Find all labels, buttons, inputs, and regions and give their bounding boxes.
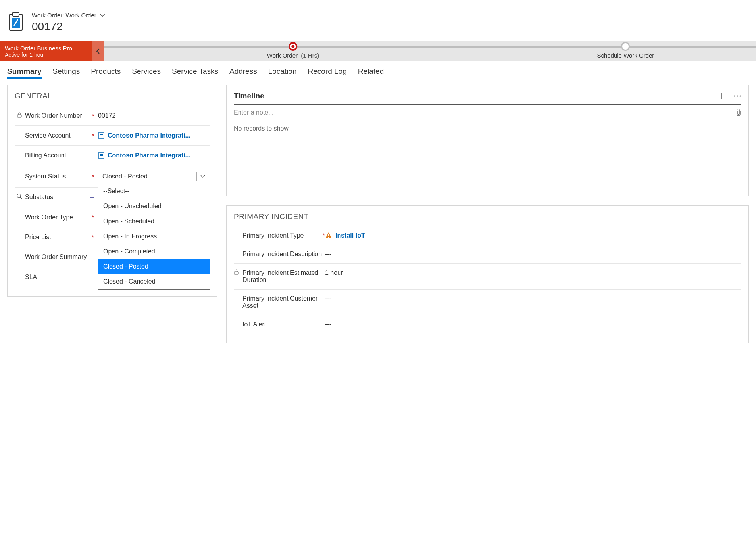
lock-icon bbox=[234, 269, 239, 275]
svg-point-10 bbox=[17, 194, 21, 198]
tab-summary[interactable]: Summary bbox=[7, 67, 42, 79]
field-iot-alert[interactable]: IoT Alert --- bbox=[234, 315, 741, 334]
svg-point-14 bbox=[734, 95, 735, 96]
bp-banner-title: Work Order Business Pro... bbox=[5, 45, 87, 52]
svg-rect-9 bbox=[100, 155, 103, 156]
tab-location[interactable]: Location bbox=[268, 67, 297, 79]
svg-rect-18 bbox=[328, 237, 329, 238]
svg-point-16 bbox=[739, 95, 741, 96]
account-icon bbox=[98, 132, 104, 139]
svg-rect-1 bbox=[13, 12, 19, 16]
record-title: 00172 bbox=[32, 20, 105, 33]
bp-stage-work-order[interactable]: Work Order (1 Hrs) bbox=[267, 41, 319, 59]
tab-services[interactable]: Services bbox=[132, 67, 161, 79]
status-option[interactable]: Open - Unscheduled bbox=[98, 199, 210, 214]
svg-rect-17 bbox=[328, 234, 329, 236]
status-option[interactable]: Closed - Canceled bbox=[98, 274, 210, 289]
section-general: GENERAL Work Order Number * 00172 Servic… bbox=[7, 85, 217, 297]
svg-line-11 bbox=[20, 197, 22, 199]
svg-point-15 bbox=[737, 95, 738, 96]
tab-address[interactable]: Address bbox=[229, 67, 257, 79]
bp-stage-active-indicator bbox=[289, 42, 297, 51]
clipboard-icon bbox=[8, 12, 24, 31]
field-primary-incident-duration[interactable]: Primary Incident Estimated Duration 1 ho… bbox=[234, 264, 741, 290]
more-icon[interactable] bbox=[733, 95, 741, 97]
bp-collapse-button[interactable] bbox=[92, 41, 104, 61]
svg-rect-3 bbox=[17, 115, 21, 117]
chevron-down-icon bbox=[200, 175, 206, 178]
tabs-bar: Summary Settings Products Services Servi… bbox=[0, 61, 756, 83]
bp-stage-schedule[interactable]: Schedule Work Order bbox=[597, 41, 654, 59]
status-option[interactable]: Open - In Progress bbox=[98, 229, 210, 244]
tab-record-log[interactable]: Record Log bbox=[308, 67, 347, 79]
paperclip-icon[interactable] bbox=[736, 109, 741, 117]
timeline-title: Timeline bbox=[234, 92, 264, 100]
system-status-options: --Select-- Open - Unscheduled Open - Sch… bbox=[98, 184, 210, 290]
svg-rect-5 bbox=[100, 134, 103, 135]
tab-service-tasks[interactable]: Service Tasks bbox=[172, 67, 218, 79]
field-primary-incident-type[interactable]: Primary Incident Type * Install IoT bbox=[234, 226, 741, 245]
tab-settings[interactable]: Settings bbox=[53, 67, 80, 79]
record-header: Work Order: Work Order 00172 bbox=[0, 0, 756, 41]
section-title-general: GENERAL bbox=[15, 92, 210, 100]
warning-icon bbox=[325, 232, 332, 239]
add-icon[interactable] bbox=[718, 92, 725, 100]
chevron-down-icon[interactable] bbox=[100, 13, 105, 18]
field-primary-incident-asset[interactable]: Primary Incident Customer Asset --- bbox=[234, 290, 741, 315]
system-status-select[interactable]: Closed - Posted bbox=[98, 169, 210, 184]
field-service-account[interactable]: Service Account * Contoso Pharma Integra… bbox=[15, 126, 210, 146]
status-option[interactable]: Open - Scheduled bbox=[98, 214, 210, 229]
svg-rect-8 bbox=[100, 154, 103, 155]
business-process-bar: Work Order Business Pro... Active for 1 … bbox=[0, 41, 756, 61]
bp-banner-subtitle: Active for 1 hour bbox=[5, 52, 87, 58]
tab-related[interactable]: Related bbox=[358, 67, 384, 79]
svg-rect-6 bbox=[100, 136, 103, 136]
field-billing-account[interactable]: Billing Account Contoso Pharma Integrati… bbox=[15, 146, 210, 165]
account-icon bbox=[98, 152, 104, 159]
field-work-order-number[interactable]: Work Order Number * 00172 bbox=[15, 106, 210, 126]
lock-icon bbox=[17, 112, 22, 118]
section-timeline: Timeline Enter a note... No records to s… bbox=[226, 85, 749, 196]
search-icon bbox=[17, 194, 22, 199]
field-primary-incident-desc[interactable]: Primary Incident Description --- bbox=[234, 245, 741, 264]
status-option-selected[interactable]: Closed - Posted bbox=[98, 259, 210, 274]
section-primary-incident: PRIMARY INCIDENT Primary Incident Type *… bbox=[226, 205, 749, 343]
tab-products[interactable]: Products bbox=[91, 67, 121, 79]
status-option[interactable]: --Select-- bbox=[98, 184, 210, 199]
timeline-empty: No records to show. bbox=[234, 121, 741, 136]
field-system-status[interactable]: System Status * Closed - Posted --Select… bbox=[15, 165, 210, 188]
status-option[interactable]: Open - Completed bbox=[98, 244, 210, 259]
svg-rect-19 bbox=[234, 272, 238, 274]
bp-stage-indicator bbox=[621, 42, 630, 51]
timeline-note-input[interactable]: Enter a note... bbox=[234, 104, 741, 121]
chevron-left-icon bbox=[96, 48, 100, 54]
breadcrumb[interactable]: Work Order: Work Order bbox=[32, 12, 96, 19]
section-title-primary-incident: PRIMARY INCIDENT bbox=[234, 212, 741, 221]
bp-banner[interactable]: Work Order Business Pro... Active for 1 … bbox=[0, 41, 92, 61]
